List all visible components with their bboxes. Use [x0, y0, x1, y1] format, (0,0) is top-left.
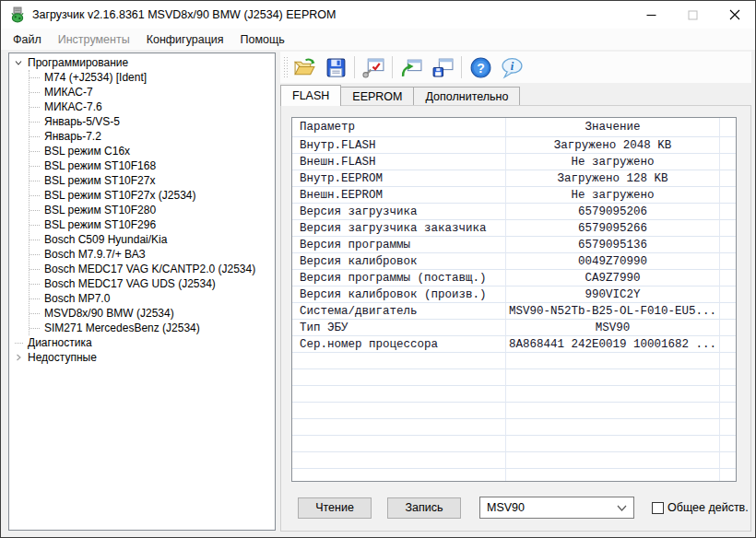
tree-item[interactable]: BSL режим ST10F27x: [30, 173, 275, 188]
tree-item[interactable]: Bosch M7.9.7/+ ВАЗ: [30, 247, 275, 262]
toolbar: ? i: [280, 52, 751, 83]
verify-settings-button[interactable]: [358, 53, 389, 81]
toolbar-gripper[interactable]: [282, 55, 289, 79]
cell-parameter: Система/двигатель: [292, 303, 506, 320]
table-row: Версия калибровок (произв.)990VIC2Y: [292, 287, 736, 303]
tree-item-label: Январь-5/VS-5: [42, 115, 122, 128]
tree-item[interactable]: M74 (+J2534) [Ident]: [30, 70, 275, 85]
cell-value: [506, 436, 720, 452]
cell-value: MSV90-N52Tb-B25-OL-F010-EU5...: [506, 303, 720, 320]
tree-item[interactable]: BSL режим C16x: [30, 144, 275, 158]
table-header-row: ПараметрЗначение: [292, 118, 736, 137]
cell-spare: [720, 303, 736, 320]
tree-node-label: Недоступные: [26, 351, 99, 364]
cell-spare: [720, 204, 736, 220]
cell-value: [506, 369, 720, 386]
menu-item-file[interactable]: Файл: [5, 30, 50, 49]
open-file-button[interactable]: [289, 53, 320, 81]
close-icon: [729, 9, 740, 20]
cell-value: [506, 419, 720, 436]
table-row: Внутр.EEPROMЗагружено 128 KB: [292, 170, 736, 187]
table-empty-row: [292, 436, 736, 452]
cell-spare: [720, 403, 736, 419]
chevron-collapsed-icon: [14, 353, 23, 362]
tab-eeprom[interactable]: EEPROM: [340, 87, 414, 106]
cell-spare: [720, 419, 736, 436]
tab-strip: FLASHEEPROMДополнительно: [280, 85, 519, 106]
tree-item[interactable]: BSL режим ST10F168: [30, 158, 275, 173]
app-icon: [9, 6, 26, 23]
cell-spare: [720, 452, 736, 469]
tree-item[interactable]: BSL режим ST10F296: [30, 217, 275, 232]
tree-item-label: BSL режим ST10F280: [42, 204, 158, 216]
tree-item-label: SIM271 MercedesBenz (J2534): [42, 322, 202, 334]
tree-node-Недоступные[interactable]: Недоступные: [9, 350, 275, 365]
common-action-checkbox[interactable]: [652, 502, 664, 514]
tree-node-Программирование[interactable]: Программирование: [9, 55, 275, 70]
cell-value: 8A868441 242E0019 10001682 ...: [506, 336, 720, 353]
cell-spare: [720, 220, 736, 237]
tree-item[interactable]: МИКАС-7: [30, 85, 275, 99]
tree-item-label: Январь-7.2: [42, 130, 103, 143]
tree-item-label: Bosch MEDC17 VAG K/CANTP2.0 (J2534): [42, 263, 257, 275]
about-button[interactable]: i: [496, 53, 527, 81]
cell-parameter: Версия калибровок (произв.): [292, 287, 506, 303]
tree-item[interactable]: Bosch MP7.0: [30, 291, 275, 306]
cell-parameter: Версия загрузчика: [292, 204, 506, 220]
cell-value: 6579095266: [506, 220, 720, 237]
tree-item[interactable]: BSL режим ST10F280: [30, 203, 275, 217]
tree-item[interactable]: SIM271 MercedesBenz (J2534): [30, 321, 275, 335]
svg-text:?: ?: [477, 60, 485, 75]
cell-spare: [720, 154, 736, 170]
tree-item[interactable]: Bosch C509 Hyundai/Kia: [30, 232, 275, 247]
cell-spare: [720, 170, 736, 187]
maximize-button[interactable]: [672, 1, 714, 29]
cell-spare: [720, 436, 736, 452]
cell-parameter: Сер.номер процессора: [292, 336, 506, 353]
read-ecu-icon: [400, 56, 423, 79]
tree-item[interactable]: Январь-7.2: [30, 129, 275, 144]
tree-item[interactable]: Bosch MEDC17 VAG K/CANTP2.0 (J2534): [30, 262, 275, 276]
tree-item-label: Bosch M7.9.7/+ ВАЗ: [42, 248, 148, 261]
parameter-table: ПараметрЗначениеВнутр.FLASHЗагружено 204…: [291, 117, 737, 482]
tree-node-Диагностика[interactable]: Диагностика: [9, 335, 275, 350]
tree-item[interactable]: МИКАС-7.6: [30, 99, 275, 114]
tree-item[interactable]: Bosch MEDC17 VAG UDS (J2534): [30, 276, 275, 291]
tree-item[interactable]: MSVD8x/90 BMW (J2534): [30, 306, 275, 321]
common-action-label: Общее действ.: [667, 501, 749, 514]
cell-spare: [720, 353, 736, 369]
cell-parameter: [292, 386, 506, 403]
write-button[interactable]: Запись: [387, 497, 461, 519]
menu-item-help[interactable]: Помощь: [232, 30, 293, 49]
write-to-ecu-button[interactable]: [427, 53, 458, 81]
cell-spare: [720, 187, 736, 204]
flash-tab-page: ПараметрЗначениеВнутр.FLASHЗагружено 204…: [280, 105, 751, 532]
table-row: Версия программы6579095136: [292, 237, 736, 253]
table-empty-row: [292, 419, 736, 436]
tab-дополнительно[interactable]: Дополнительно: [413, 87, 520, 106]
menu-item-tools[interactable]: Инструменты: [50, 30, 138, 49]
close-button[interactable]: [714, 1, 755, 29]
tree-item[interactable]: BSL режим ST10F27x (J2534): [30, 188, 275, 203]
tree-node-label: Программирование: [26, 56, 130, 69]
read-from-ecu-button[interactable]: [396, 53, 427, 81]
cell-parameter: [292, 369, 506, 386]
menu-item-configuration[interactable]: Конфигурация: [138, 30, 232, 49]
ecu-type-combobox[interactable]: MSV90: [479, 497, 634, 519]
cell-spare: [720, 369, 736, 386]
tree-item-label: МИКАС-7: [42, 86, 95, 99]
save-file-button[interactable]: [320, 53, 351, 81]
minimize-button[interactable]: [631, 1, 672, 29]
help-icon: ?: [469, 56, 492, 79]
tab-flash[interactable]: FLASH: [280, 85, 341, 106]
tree-item[interactable]: Январь-5/VS-5: [30, 114, 275, 129]
toolbar-separator: [461, 56, 462, 78]
menu-bar: ФайлИнструментыКонфигурацияПомощь: [1, 29, 755, 50]
help-button[interactable]: ?: [465, 53, 496, 81]
tree-item-label: Bosch C509 Hyundai/Kia: [42, 233, 169, 246]
read-button[interactable]: Чтение: [298, 497, 372, 519]
cell-spare: [720, 320, 736, 336]
cell-value: Не загружено: [506, 187, 720, 204]
table-row: Версия загрузчика6579095206: [292, 204, 736, 220]
header-spare: [720, 118, 736, 137]
